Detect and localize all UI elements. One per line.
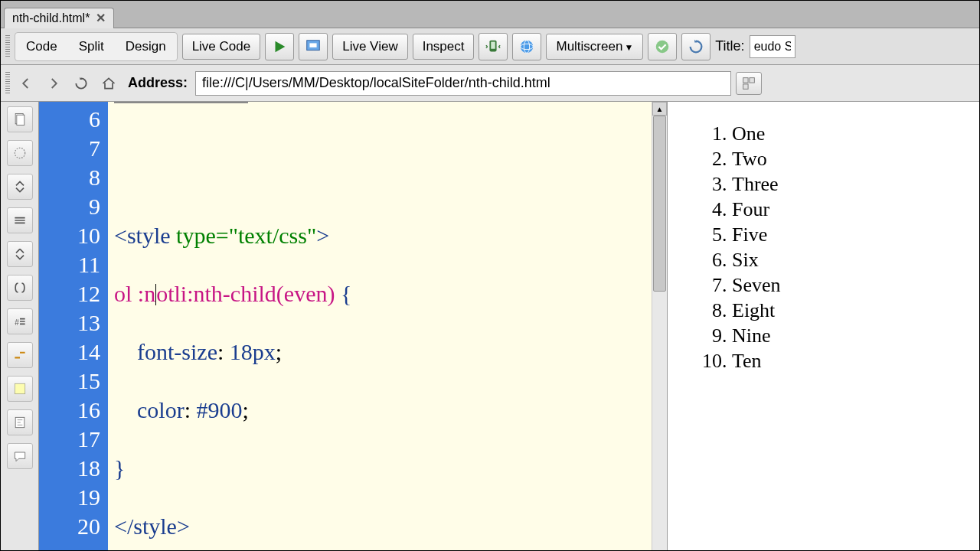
svg-point-5 — [521, 40, 534, 53]
comment-icon[interactable] — [7, 443, 33, 469]
svg-rect-11 — [743, 77, 748, 82]
select-parent-icon[interactable] — [7, 241, 33, 267]
line-number-gutter: 678 91011 121314 151617 181920 — [39, 102, 108, 550]
home-icon[interactable] — [97, 72, 120, 95]
title-input[interactable] — [750, 35, 795, 58]
live-preview: One Two Three Four Five Six Seven Eight … — [667, 102, 979, 550]
chevron-down-icon: ▼ — [624, 42, 633, 53]
svg-rect-12 — [750, 77, 754, 82]
scroll-up-icon[interactable]: ▲ — [652, 102, 667, 116]
svg-point-16 — [15, 148, 24, 158]
back-icon[interactable] — [15, 72, 38, 95]
inspect-button[interactable]: Inspect — [413, 34, 475, 60]
svg-marker-0 — [276, 41, 286, 52]
design-view-button[interactable]: Design — [116, 34, 176, 60]
syntax-coloring-icon[interactable] — [7, 376, 33, 402]
document-tab-title: nth-child.html* — [12, 11, 90, 25]
list-item: Nine — [732, 324, 972, 347]
highlight-invalid-icon[interactable] — [7, 342, 33, 368]
scroll-thumb[interactable] — [653, 116, 666, 292]
open-documents-icon[interactable] — [7, 106, 33, 132]
multiscreen-button[interactable]: Multiscreen▼ — [546, 34, 643, 60]
show-hints-icon[interactable] — [7, 140, 33, 166]
view-mode-group: Code Split Design — [15, 32, 178, 61]
live-code-button[interactable]: Live Code — [182, 34, 261, 60]
svg-rect-2 — [310, 43, 317, 47]
toolbar-grip[interactable] — [5, 72, 10, 95]
svg-rect-13 — [743, 83, 748, 88]
svg-rect-4 — [492, 41, 496, 48]
svg-rect-18 — [15, 383, 24, 393]
address-bar: Address: — [1, 65, 979, 102]
code-tool-strip: # — [1, 102, 39, 550]
list-item: Eight — [732, 299, 972, 322]
list-item: Two — [732, 148, 972, 171]
address-label: Address: — [128, 75, 188, 91]
document-tab[interactable]: nth-child.html* ✕ — [4, 8, 114, 28]
forward-icon[interactable] — [42, 72, 65, 95]
svg-text:#: # — [15, 318, 19, 327]
main-toolbar: Code Split Design Live Code Live View In… — [1, 28, 979, 65]
list-item: Seven — [732, 274, 972, 297]
text-caret — [155, 284, 156, 305]
code-view-button[interactable]: Code — [16, 34, 67, 60]
line-numbers-icon[interactable]: # — [7, 308, 33, 334]
svg-rect-15 — [16, 115, 24, 125]
inspect-tool-icon[interactable] — [299, 33, 328, 60]
balance-braces-icon[interactable] — [7, 275, 33, 301]
live-view-button[interactable]: Live View — [332, 34, 407, 60]
play-icon[interactable] — [265, 33, 294, 60]
mobile-preview-icon[interactable] — [479, 33, 508, 60]
list-item: Six — [732, 249, 972, 272]
format-source-icon[interactable] — [7, 409, 33, 435]
main-split: # 678 91011 121314 151617 181920 <style … — [1, 102, 979, 550]
check-browser-icon[interactable] — [648, 33, 677, 60]
reload-icon[interactable] — [70, 72, 93, 95]
preview-list: One Two Three Four Five Six Seven Eight … — [698, 122, 972, 373]
list-item: Five — [732, 223, 972, 246]
collapsed-region-marker — [114, 102, 248, 103]
list-item: Ten — [732, 350, 972, 373]
title-label: Title: — [715, 38, 744, 54]
list-item: Three — [732, 173, 972, 196]
split-view-button[interactable]: Split — [69, 34, 114, 60]
collapse-icon[interactable] — [7, 174, 33, 200]
code-text[interactable]: <style type="text/css"> ol :notli:nth-ch… — [108, 102, 652, 550]
toolbar-grip[interactable] — [5, 35, 10, 58]
svg-point-8 — [656, 40, 669, 53]
list-item: Four — [732, 198, 972, 221]
vertical-scrollbar[interactable]: ▲ — [652, 102, 667, 550]
expand-all-icon[interactable] — [7, 207, 33, 233]
code-editor[interactable]: 678 91011 121314 151617 181920 <style ty… — [39, 102, 667, 550]
refresh-icon[interactable] — [681, 33, 710, 60]
document-tab-strip: nth-child.html* ✕ — [1, 1, 979, 28]
list-item: One — [732, 122, 972, 145]
related-files-icon[interactable] — [736, 72, 762, 95]
close-icon[interactable]: ✕ — [96, 12, 106, 24]
address-input[interactable] — [195, 71, 731, 96]
globe-icon[interactable] — [512, 33, 541, 60]
